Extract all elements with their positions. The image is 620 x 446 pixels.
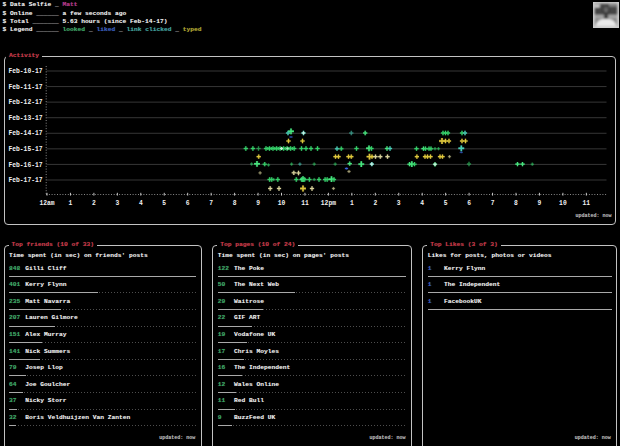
svg-text:12am: 12am xyxy=(39,200,54,207)
svg-text:5: 5 xyxy=(444,200,448,207)
svg-text:6: 6 xyxy=(467,200,471,207)
svg-text:8: 8 xyxy=(514,200,518,207)
svg-text:Feb-10-17: Feb-10-17 xyxy=(8,68,42,75)
svg-text:7: 7 xyxy=(491,200,495,207)
svg-text:Feb-15-17: Feb-15-17 xyxy=(8,146,42,153)
svg-text:5: 5 xyxy=(162,200,166,207)
svg-text:10: 10 xyxy=(278,200,286,207)
svg-text:6: 6 xyxy=(186,200,190,207)
svg-text:Feb-16-17: Feb-16-17 xyxy=(8,162,42,169)
svg-text:2: 2 xyxy=(92,200,96,207)
svg-text:1: 1 xyxy=(350,200,354,207)
svg-text:12pm: 12pm xyxy=(321,200,336,207)
svg-text:9: 9 xyxy=(538,200,542,207)
svg-text:4: 4 xyxy=(420,200,424,207)
svg-text:1: 1 xyxy=(69,200,73,207)
svg-text:4: 4 xyxy=(139,200,143,207)
svg-text:Feb-11-17: Feb-11-17 xyxy=(8,84,42,91)
svg-text:10: 10 xyxy=(559,200,567,207)
svg-text:Feb-14-17: Feb-14-17 xyxy=(8,130,42,137)
svg-text:Feb-13-17: Feb-13-17 xyxy=(8,115,42,122)
svg-text:9: 9 xyxy=(256,200,260,207)
svg-text:Feb-17-17: Feb-17-17 xyxy=(8,177,42,184)
svg-text:11: 11 xyxy=(301,200,309,207)
svg-text:2: 2 xyxy=(373,200,377,207)
svg-text:7: 7 xyxy=(209,200,213,207)
svg-text:8: 8 xyxy=(233,200,237,207)
svg-text:11: 11 xyxy=(583,200,591,207)
svg-text:Feb-12-17: Feb-12-17 xyxy=(8,99,42,106)
svg-text:3: 3 xyxy=(115,200,119,207)
svg-text:3: 3 xyxy=(397,200,401,207)
